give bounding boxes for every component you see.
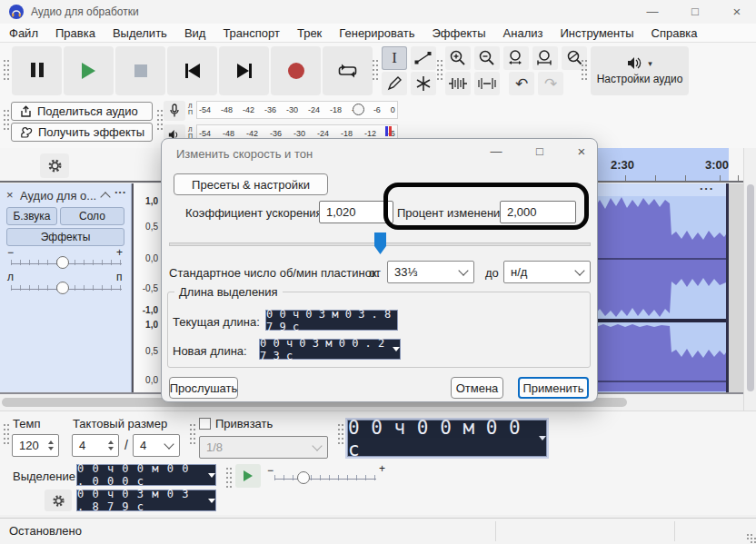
track-title[interactable]: Аудио для о... (20, 189, 96, 203)
record-meter-button[interactable] (164, 101, 185, 121)
solo-button[interactable]: Соло (60, 207, 124, 225)
track-effects-button[interactable]: Эффекты (6, 228, 124, 246)
selection-end-display[interactable]: 0 0 ч 0 3 м 0 3 . 8 7 9 с (76, 490, 216, 511)
menu-transport[interactable]: Транспорт (223, 26, 280, 40)
silence-selection-button[interactable] (474, 72, 500, 95)
record-button[interactable] (271, 46, 321, 95)
track-menu-button[interactable]: ··· (114, 185, 126, 199)
audio-setup-button[interactable]: ▾ Настройки аудио (591, 46, 689, 95)
position-grip[interactable] (338, 424, 340, 426)
zoom-fit-button[interactable] (532, 46, 558, 70)
play-at-speed-button[interactable] (235, 464, 261, 488)
snap-checkbox[interactable] (199, 418, 211, 430)
vertical-scrollbar[interactable] (743, 148, 756, 410)
beats-spin-up[interactable] (108, 440, 114, 444)
zoom-selection-button[interactable] (503, 46, 529, 70)
clip-menu-button[interactable]: ··· (700, 182, 714, 195)
selection-end-arrow[interactable] (208, 499, 215, 503)
position-time-display[interactable]: 0 0 ч 0 0 м 0 0 с (347, 420, 547, 457)
track-collapse-icon[interactable] (100, 192, 110, 202)
stop-button[interactable] (115, 46, 165, 95)
beats-input[interactable]: 4 (72, 434, 119, 457)
menu-edit[interactable]: Правка (55, 26, 95, 40)
draw-tool-button[interactable] (382, 72, 407, 95)
maximize-button[interactable]: □ (685, 4, 705, 20)
minimize-button[interactable]: — (642, 4, 662, 20)
preview-button[interactable]: Прослушать (169, 377, 238, 399)
snap-combo[interactable]: 1/8 (199, 436, 328, 459)
zoom-toggle-button[interactable] (562, 46, 587, 70)
resize-grip[interactable] (747, 534, 749, 536)
edit-grip[interactable] (437, 60, 439, 62)
speed-multiplier-input[interactable]: 1,020 (319, 201, 393, 223)
note-value-combo[interactable]: 4 (133, 434, 180, 457)
presets-settings-button[interactable]: Пресеты & настройки (174, 173, 328, 195)
speed-slider-thumb[interactable] (374, 232, 386, 254)
current-length-display[interactable]: 0 0 ч 0 3 м 0 3 . 8 7 9 с (265, 310, 398, 331)
pause-button[interactable] (12, 46, 62, 95)
envelope-tool-button[interactable] (411, 46, 436, 70)
record-level-slider-thumb[interactable] (353, 104, 364, 115)
meter-grip[interactable] (157, 110, 159, 112)
dialog-maximize-button[interactable]: □ (531, 144, 549, 158)
rpm-from-combo[interactable]: 33⅓ (387, 261, 474, 283)
close-button[interactable]: × (727, 4, 747, 20)
selection-options-button[interactable] (45, 490, 72, 511)
redo-button[interactable]: ↷ (538, 72, 563, 95)
zoom-in-button[interactable] (445, 46, 471, 70)
track-close-button[interactable]: × (6, 188, 14, 202)
gain-slider-thumb[interactable] (56, 256, 69, 269)
tempo-input[interactable]: 120 (12, 434, 59, 457)
beats-spin-down[interactable] (108, 447, 114, 450)
menu-analyze[interactable]: Анализ (503, 26, 543, 40)
audio-setup-grip[interactable] (582, 60, 583, 62)
play-speed-grip[interactable] (226, 468, 228, 470)
skip-to-end-button[interactable] (219, 46, 269, 95)
pan-slider-thumb[interactable] (56, 282, 69, 294)
selection-start-arrow[interactable] (208, 473, 215, 478)
menu-file[interactable]: Файл (9, 26, 38, 40)
rpm-to-combo[interactable]: н/д (503, 261, 591, 283)
play-speed-slider-track[interactable] (274, 475, 376, 480)
audio-clip[interactable]: ··· (582, 183, 729, 392)
menu-view[interactable]: Вид (184, 26, 206, 40)
zoom-out-button[interactable] (474, 46, 500, 70)
time-toolbar-grip[interactable] (4, 424, 5, 426)
menu-select[interactable]: Выделить (113, 26, 167, 40)
apply-button[interactable]: Применить (518, 377, 589, 399)
new-length-display[interactable]: 0 0 ч 0 3 м 0 0 . 2 7 3 с (259, 339, 401, 360)
mute-button[interactable]: Б.звука (6, 207, 57, 225)
loop-button[interactable] (323, 46, 373, 95)
play-button[interactable] (64, 46, 114, 95)
play-speed-slider-thumb[interactable] (297, 471, 310, 484)
menu-effects[interactable]: Эффекты (433, 26, 486, 40)
new-length-arrow[interactable] (393, 347, 400, 351)
cancel-button[interactable]: Отмена (451, 377, 503, 399)
record-meter[interactable]: -54-48-42 -36-30-24 -18-12-6 0 (196, 101, 398, 119)
get-effects-button[interactable]: Получить эффекты (11, 123, 153, 142)
timeline-label: 3:00 (705, 158, 729, 172)
selection-start-display[interactable]: 0 0 ч 0 0 м 0 0 . 0 0 0 с (76, 464, 216, 486)
snap-grip[interactable] (190, 424, 192, 426)
menu-generate[interactable]: Генерировать (339, 26, 414, 40)
tempo-spin-down[interactable] (48, 447, 54, 450)
transport-grip[interactable] (4, 60, 5, 62)
tempo-spin-up[interactable] (48, 440, 54, 444)
multi-tool-button[interactable] (411, 72, 436, 95)
undo-button[interactable]: ↶ (509, 72, 534, 95)
skip-to-start-button[interactable] (167, 46, 217, 95)
dialog-minimize-button[interactable]: — (487, 144, 505, 158)
menu-tracks[interactable]: Трек (297, 26, 322, 40)
selection-tool-button[interactable]: I (382, 46, 407, 70)
share-audio-button[interactable]: Поделиться аудио (11, 102, 153, 121)
position-format-arrow[interactable] (539, 436, 546, 440)
menu-help[interactable]: Справка (652, 26, 698, 40)
tools-grip[interactable] (373, 60, 374, 62)
vertical-scrollbar-thumb[interactable] (747, 184, 754, 391)
dialog-close-button[interactable]: × (572, 143, 591, 159)
menu-tools[interactable]: Инструменты (561, 26, 634, 40)
timeline-options-button[interactable] (40, 153, 69, 178)
trim-outside-selection-button[interactable] (445, 72, 471, 95)
share-grip[interactable] (4, 110, 5, 112)
pan-left-label: л (7, 271, 14, 283)
